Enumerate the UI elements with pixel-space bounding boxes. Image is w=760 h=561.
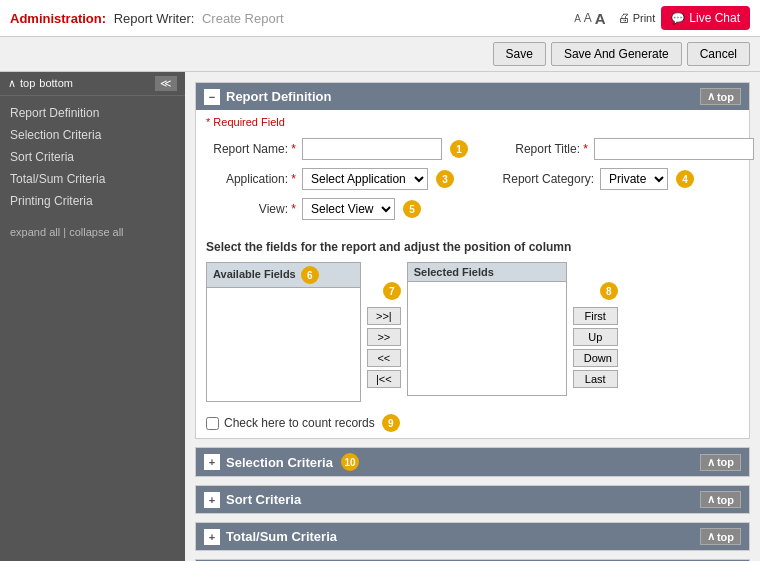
report-name-input[interactable] <box>302 138 442 160</box>
print-button[interactable]: Print <box>618 11 656 25</box>
live-chat-button[interactable]: Live Chat <box>661 6 750 30</box>
sort-criteria-header: + Sort Criteria ∧ top <box>196 486 749 513</box>
form-row-app-category: Application: * Select Application 3 Repo… <box>206 168 739 190</box>
view-label: View: * <box>206 202 296 216</box>
badge-6: 6 <box>301 266 319 284</box>
badge-1: 1 <box>450 140 468 158</box>
application-label: Application: * <box>206 172 296 186</box>
badge-7: 7 <box>383 282 401 300</box>
save-button-top[interactable]: Save <box>493 42 546 66</box>
font-size-controls: A A A <box>574 10 606 27</box>
fields-instruction: Select the fields for the report and adj… <box>206 240 739 254</box>
header-bar: Administration: Report Writer: Create Re… <box>0 0 760 37</box>
sidebar-item-printing[interactable]: Printing Criteria <box>0 190 185 212</box>
report-def-form: Report Name: * 1 Report Title: * 2 <box>196 132 749 234</box>
count-records-row: Check here to count records 9 <box>196 408 749 438</box>
sidebar-menu: Report Definition Selection Criteria Sor… <box>0 96 185 218</box>
sort-top-link[interactable]: ∧ top <box>700 491 741 508</box>
breadcrumb-rw: Report Writer: <box>114 11 195 26</box>
sort-collapse-btn[interactable]: + <box>204 492 220 508</box>
chat-bubble-icon <box>671 11 685 25</box>
sidebar-nav: ∧ top bottom ≪ <box>0 72 185 96</box>
badge-5: 5 <box>403 200 421 218</box>
report-title-input[interactable] <box>594 138 754 160</box>
first-btn[interactable]: First <box>573 307 618 325</box>
selection-criteria-panel: + Selection Criteria 10 ∧ top <box>195 447 750 477</box>
breadcrumb: Administration: Report Writer: Create Re… <box>10 11 284 26</box>
move-all-left-btn[interactable]: |<< <box>367 370 401 388</box>
badge-9: 9 <box>382 414 400 432</box>
last-btn[interactable]: Last <box>573 370 618 388</box>
form-row-name-title: Report Name: * 1 Report Title: * 2 <box>206 138 739 160</box>
total-sum-panel: + Total/Sum Criteria ∧ top <box>195 522 750 551</box>
report-definition-title: Report Definition <box>226 89 331 104</box>
sidebar-collapse-btn[interactable]: ≪ <box>155 76 177 91</box>
report-name-label: Report Name: * <box>206 142 296 156</box>
report-title-label: Report Title: * <box>498 142 588 156</box>
down-btn[interactable]: Down <box>573 349 618 367</box>
cancel-button-top[interactable]: Cancel <box>687 42 750 66</box>
selection-criteria-title: Selection Criteria <box>226 455 333 470</box>
sidebar-item-report-definition[interactable]: Report Definition <box>0 102 185 124</box>
report-category-select[interactable]: Private Public <box>600 168 668 190</box>
available-fields-list[interactable] <box>206 287 361 402</box>
selection-top-link[interactable]: ∧ top <box>700 454 741 471</box>
total-sum-title: Total/Sum Criteria <box>226 529 337 544</box>
selection-collapse-btn[interactable]: + <box>204 454 220 470</box>
available-fields-label: Available Fields 6 <box>206 262 361 287</box>
move-all-right-btn[interactable]: >>| <box>367 307 401 325</box>
printer-icon <box>618 11 630 25</box>
font-small-btn[interactable]: A <box>574 13 581 24</box>
badge-10: 10 <box>341 453 359 471</box>
content-area: − Report Definition ∧ top Required Field… <box>185 72 760 561</box>
nav-bottom-label[interactable]: bottom <box>39 77 73 90</box>
count-records-label: Check here to count records <box>224 416 375 430</box>
application-select[interactable]: Select Application <box>302 168 428 190</box>
total-sum-collapse-btn[interactable]: + <box>204 529 220 545</box>
breadcrumb-admin: Administration: <box>10 11 106 26</box>
available-fields-container: Available Fields 6 <box>206 262 361 402</box>
sidebar-item-sort-criteria[interactable]: Sort Criteria <box>0 146 185 168</box>
expand-all-link[interactable]: expand all <box>10 226 60 238</box>
fields-grid: Available Fields 6 7 >>| >> << |<< <box>206 262 739 402</box>
font-large-btn[interactable]: A <box>595 10 606 27</box>
fields-section: Select the fields for the report and adj… <box>196 234 749 408</box>
header-right: A A A Print Live Chat <box>574 6 750 30</box>
badge-3: 3 <box>436 170 454 188</box>
view-select[interactable]: Select View <box>302 198 395 220</box>
sort-criteria-title: Sort Criteria <box>226 492 301 507</box>
report-category-label: Report Category: <box>484 172 594 186</box>
form-row-view: View: * Select View 5 <box>206 198 739 220</box>
transfer-buttons: 7 >>| >> << |<< <box>367 262 401 388</box>
save-generate-button-top[interactable]: Save And Generate <box>551 42 682 66</box>
badge-4: 4 <box>676 170 694 188</box>
selected-fields-list[interactable] <box>407 281 567 396</box>
font-medium-btn[interactable]: A <box>584 11 592 25</box>
main-layout: ∧ top bottom ≪ Report Definition Selecti… <box>0 72 760 561</box>
top-action-bar: Save Save And Generate Cancel <box>0 37 760 72</box>
sidebar: ∧ top bottom ≪ Report Definition Selecti… <box>0 72 185 561</box>
required-notice: Required Field <box>196 110 749 132</box>
selected-fields-container: Selected Fields <box>407 262 567 396</box>
move-right-btn[interactable]: >> <box>367 328 401 346</box>
badge-8: 8 <box>600 282 618 300</box>
sidebar-expand-collapse: expand all | collapse all <box>0 218 185 246</box>
total-sum-top-link[interactable]: ∧ top <box>700 528 741 545</box>
total-sum-header: + Total/Sum Criteria ∧ top <box>196 523 749 550</box>
sort-criteria-panel: + Sort Criteria ∧ top <box>195 485 750 514</box>
move-left-btn[interactable]: << <box>367 349 401 367</box>
collapse-all-link[interactable]: collapse all <box>69 226 123 238</box>
report-def-collapse-btn[interactable]: − <box>204 89 220 105</box>
up-btn[interactable]: Up <box>573 328 618 346</box>
nav-arrows: ∧ top bottom <box>8 77 73 90</box>
nav-top-label[interactable]: top <box>20 77 35 90</box>
report-definition-panel: − Report Definition ∧ top Required Field… <box>195 82 750 439</box>
report-def-top-link[interactable]: ∧ top <box>700 88 741 105</box>
nav-up-arrow[interactable]: ∧ <box>8 77 16 90</box>
sidebar-item-selection-criteria[interactable]: Selection Criteria <box>0 124 185 146</box>
selected-fields-label: Selected Fields <box>407 262 567 281</box>
breadcrumb-page: Create Report <box>202 11 284 26</box>
selection-criteria-header: + Selection Criteria 10 ∧ top <box>196 448 749 476</box>
count-records-checkbox[interactable] <box>206 417 219 430</box>
sidebar-item-total-sum[interactable]: Total/Sum Criteria <box>0 168 185 190</box>
